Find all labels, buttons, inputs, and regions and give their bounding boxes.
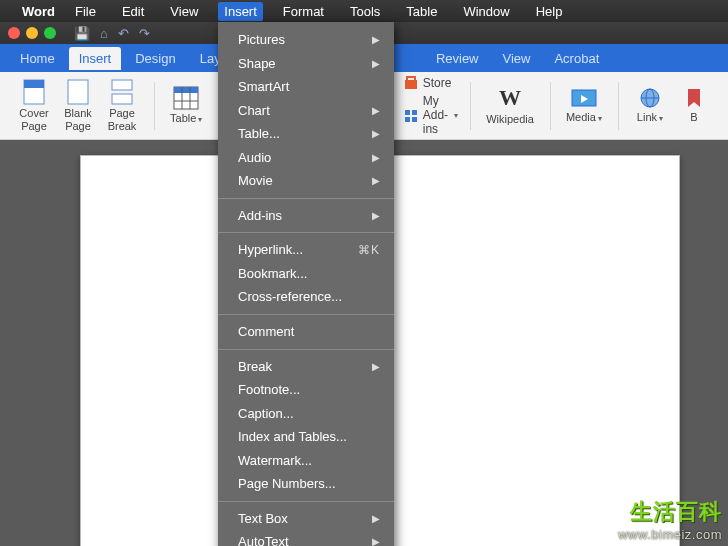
menu-tools[interactable]: Tools bbox=[344, 2, 386, 21]
svg-rect-4 bbox=[112, 94, 132, 104]
menu-item-watermark[interactable]: Watermark... bbox=[218, 449, 394, 473]
tab-view[interactable]: View bbox=[493, 47, 541, 70]
menu-item-label: Watermark... bbox=[238, 452, 312, 470]
menu-item-footnote[interactable]: Footnote... bbox=[218, 378, 394, 402]
page-break-button[interactable]: Page Break bbox=[102, 77, 142, 133]
tab-review[interactable]: Review bbox=[426, 47, 489, 70]
watermark-url: www.bimeiz.com bbox=[618, 527, 722, 542]
redo-icon[interactable]: ↷ bbox=[139, 26, 150, 41]
close-window-icon[interactable] bbox=[8, 27, 20, 39]
menu-separator bbox=[218, 314, 394, 315]
zoom-window-icon[interactable] bbox=[44, 27, 56, 39]
menu-item-smartart[interactable]: SmartArt bbox=[218, 75, 394, 99]
tab-home[interactable]: Home bbox=[10, 47, 65, 70]
my-addins-button[interactable]: My Add-ins▾ bbox=[403, 94, 458, 136]
menu-item-label: Bookmark... bbox=[238, 265, 307, 283]
menu-item-caption[interactable]: Caption... bbox=[218, 402, 394, 426]
menu-item-index-and-tables[interactable]: Index and Tables... bbox=[218, 425, 394, 449]
svg-rect-16 bbox=[405, 110, 410, 115]
menu-item-label: Footnote... bbox=[238, 381, 300, 399]
cover-page-button[interactable]: Cover Page bbox=[14, 77, 54, 133]
home-icon[interactable]: ⌂ bbox=[100, 26, 108, 41]
group-links: Link▾ B bbox=[624, 76, 720, 135]
menu-item-autotext[interactable]: AutoText▶ bbox=[218, 530, 394, 546]
submenu-arrow-icon: ▶ bbox=[372, 151, 380, 165]
menu-item-add-ins[interactable]: Add-ins▶ bbox=[218, 204, 394, 228]
menu-separator bbox=[218, 198, 394, 199]
tab-acrobat[interactable]: Acrobat bbox=[544, 47, 609, 70]
chevron-down-icon: ▾ bbox=[454, 111, 458, 120]
bookmark-icon bbox=[685, 87, 703, 109]
menu-item-break[interactable]: Break▶ bbox=[218, 355, 394, 379]
svg-rect-18 bbox=[405, 117, 410, 122]
watermark: 生活百科 www.bimeiz.com bbox=[618, 497, 722, 542]
menu-item-label: Audio bbox=[238, 149, 271, 167]
svg-rect-2 bbox=[68, 80, 88, 104]
watermark-title: 生活百科 bbox=[618, 497, 722, 527]
menu-item-comment[interactable]: Comment bbox=[218, 320, 394, 344]
menu-shortcut: ⌘K bbox=[358, 242, 380, 258]
link-icon bbox=[637, 87, 663, 109]
table-button[interactable]: Table▾ bbox=[166, 84, 206, 127]
group-pages: Cover Page Blank Page Page Break bbox=[8, 76, 148, 135]
menu-view[interactable]: View bbox=[164, 2, 204, 21]
menu-item-audio[interactable]: Audio▶ bbox=[218, 146, 394, 170]
menu-item-label: Pictures bbox=[238, 31, 285, 49]
wikipedia-icon: W bbox=[499, 85, 521, 111]
menu-item-table[interactable]: Table...▶ bbox=[218, 122, 394, 146]
menu-file[interactable]: File bbox=[69, 2, 102, 21]
menu-insert[interactable]: Insert bbox=[218, 2, 263, 21]
menu-separator bbox=[218, 501, 394, 502]
menu-item-label: Break bbox=[238, 358, 272, 376]
menu-item-label: Table... bbox=[238, 125, 280, 143]
chevron-down-icon: ▾ bbox=[198, 115, 202, 124]
group-tables: Table▾ bbox=[160, 76, 212, 135]
tab-insert[interactable]: Insert bbox=[69, 47, 122, 70]
menu-item-label: AutoText bbox=[238, 533, 289, 546]
menu-item-cross-reference[interactable]: Cross-reference... bbox=[218, 285, 394, 309]
blank-page-button[interactable]: Blank Page bbox=[58, 77, 98, 133]
menu-item-label: Hyperlink... bbox=[238, 241, 303, 259]
app-name[interactable]: Word bbox=[22, 4, 55, 19]
table-icon bbox=[173, 86, 199, 110]
blank-page-icon bbox=[67, 79, 89, 105]
bookmark-ribbon-button[interactable]: B bbox=[674, 85, 714, 125]
menu-separator bbox=[218, 232, 394, 233]
store-button[interactable]: Store bbox=[403, 75, 458, 91]
submenu-arrow-icon: ▶ bbox=[372, 360, 380, 374]
quick-access-toolbar: 💾 ⌂ ↶ ↷ bbox=[74, 26, 150, 41]
media-button[interactable]: Media▾ bbox=[562, 85, 606, 126]
svg-rect-1 bbox=[24, 80, 44, 88]
group-media: Media▾ bbox=[556, 76, 612, 135]
menu-item-text-box[interactable]: Text Box▶ bbox=[218, 507, 394, 531]
chevron-down-icon: ▾ bbox=[659, 114, 663, 123]
menu-item-hyperlink[interactable]: Hyperlink...⌘K bbox=[218, 238, 394, 262]
menu-item-label: Movie bbox=[238, 172, 273, 190]
menu-item-chart[interactable]: Chart▶ bbox=[218, 99, 394, 123]
menu-help[interactable]: Help bbox=[530, 2, 569, 21]
menu-item-bookmark[interactable]: Bookmark... bbox=[218, 262, 394, 286]
menu-item-label: Chart bbox=[238, 102, 270, 120]
cover-page-icon bbox=[23, 79, 45, 105]
menu-format[interactable]: Format bbox=[277, 2, 330, 21]
minimize-window-icon[interactable] bbox=[26, 27, 38, 39]
tab-design[interactable]: Design bbox=[125, 47, 185, 70]
menu-item-page-numbers[interactable]: Page Numbers... bbox=[218, 472, 394, 496]
menu-edit[interactable]: Edit bbox=[116, 2, 150, 21]
store-icon bbox=[403, 75, 419, 91]
menu-item-label: Shape bbox=[238, 55, 276, 73]
menu-item-label: Page Numbers... bbox=[238, 475, 336, 493]
menu-window[interactable]: Window bbox=[457, 2, 515, 21]
wikipedia-button[interactable]: W Wikipedia bbox=[482, 83, 538, 127]
menu-item-label: Text Box bbox=[238, 510, 288, 528]
undo-icon[interactable]: ↶ bbox=[118, 26, 129, 41]
menu-item-pictures[interactable]: Pictures▶ bbox=[218, 28, 394, 52]
svg-rect-6 bbox=[174, 87, 198, 93]
menu-table[interactable]: Table bbox=[400, 2, 443, 21]
link-button[interactable]: Link▾ bbox=[630, 85, 670, 126]
submenu-arrow-icon: ▶ bbox=[372, 535, 380, 546]
menu-item-shape[interactable]: Shape▶ bbox=[218, 52, 394, 76]
save-icon[interactable]: 💾 bbox=[74, 26, 90, 41]
submenu-arrow-icon: ▶ bbox=[372, 174, 380, 188]
menu-item-movie[interactable]: Movie▶ bbox=[218, 169, 394, 193]
